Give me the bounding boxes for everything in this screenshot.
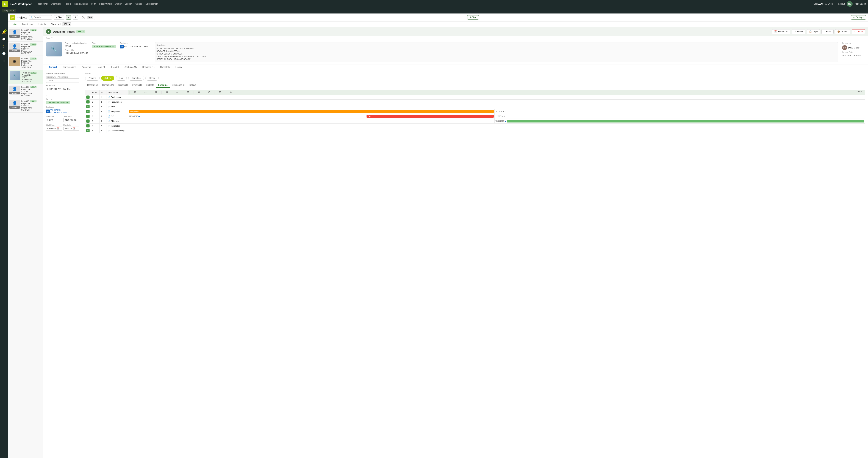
gantt-col-4: 04: [172, 91, 183, 94]
project-main-image: 🔧: [46, 42, 62, 56]
sidebar-clock-icon[interactable]: 🕐: [1, 50, 7, 56]
search-box[interactable]: 🔍: [29, 15, 52, 20]
sidebar-person-icon[interactable]: 🏃: [1, 43, 7, 49]
sub-tab-tickets[interactable]: Tickets (1): [116, 83, 130, 88]
project-number-label: Project number/designation: [46, 76, 79, 78]
copy-records-button[interactable]: ⎘: [73, 15, 78, 20]
sub-tab-description[interactable]: Description: [85, 83, 100, 88]
status-pending[interactable]: Pending: [85, 76, 100, 81]
status-closed[interactable]: Closed: [146, 76, 159, 81]
sub-tab-schedule[interactable]: Schedule: [156, 83, 170, 88]
detail-tab-history[interactable]: History: [173, 64, 185, 70]
detail-tab-approvals[interactable]: Approvals: [79, 64, 94, 70]
add-row-button[interactable]: +: [86, 95, 90, 99]
status-hold[interactable]: Hold: [116, 76, 127, 81]
breadcrumb-projects[interactable]: Projects ×: [2, 9, 16, 12]
status-active[interactable]: Active: [101, 76, 114, 81]
nav-crm[interactable]: CRM: [91, 3, 96, 5]
project-info: Project ID 13633 Project Nu... S23-087 P…: [21, 43, 42, 54]
errors-button[interactable]: ⚠ Errors: [825, 3, 833, 5]
start-date-input[interactable]: 5/18/2023 📅: [46, 126, 62, 131]
follow-button[interactable]: 👁 Follow: [792, 29, 806, 34]
nav-operations[interactable]: Operations: [51, 3, 62, 5]
detail-tab-conversations[interactable]: Conversations: [60, 64, 79, 70]
nav-support[interactable]: Support: [125, 3, 132, 5]
sidebar-chat-icon[interactable]: 💬: [1, 36, 7, 42]
add-row-button[interactable]: +: [86, 124, 90, 127]
total-price-input[interactable]: [63, 118, 80, 122]
sub-tab-budgets[interactable]: Budgets: [144, 83, 156, 88]
creator-name: Dave Mason: [848, 47, 860, 49]
nav-manufacturing[interactable]: Manufacturing: [74, 3, 88, 5]
settings-button[interactable]: ⚙ Settings: [851, 15, 866, 20]
add-row-button[interactable]: +: [86, 129, 90, 132]
detail-tab-relations[interactable]: Relations (1): [140, 64, 157, 70]
tour-button[interactable]: 🗺 Tour: [467, 15, 479, 20]
detail-tab-general[interactable]: General: [46, 64, 60, 70]
tab-insights[interactable]: Insights: [36, 22, 49, 27]
delete-button[interactable]: ✕ Delete: [852, 29, 865, 34]
sidebar-upload-icon[interactable]: ⬆: [1, 58, 7, 63]
support-label: support: [9, 106, 20, 109]
share-button[interactable]: ⤴ Share: [822, 29, 834, 34]
due-date-input[interactable]: 3/6/2024 📅: [63, 126, 80, 131]
list-item[interactable]: 👤 support Project ID 13624 Project Nu...…: [8, 27, 43, 41]
type-edit-icon[interactable]: ✏: [51, 98, 53, 100]
filter-button[interactable]: ▾ Filter: [54, 15, 64, 20]
tab-board[interactable]: Board view: [19, 22, 35, 27]
add-row-button[interactable]: +: [86, 119, 90, 123]
list-item[interactable]: 👤 support Project ID 13617 Project Nu...…: [8, 84, 43, 98]
detail-tab-posts[interactable]: Posts (3): [94, 64, 108, 70]
detail-tab-attributes[interactable]: Attributes (4): [122, 64, 140, 70]
sub-tab-events[interactable]: Events (1): [130, 83, 144, 88]
meta-number: Project number/designation 23159 Project…: [65, 42, 88, 62]
nav-people[interactable]: People: [65, 3, 71, 5]
nav-supply-chain[interactable]: Supply Chain: [99, 3, 112, 5]
view-limit-select[interactable]: 100 50 200: [62, 22, 71, 26]
icon-sidebar: ⊞ + 🔔 2 💬 🏃 🕐 ⬆: [0, 13, 8, 458]
project-info: Project ID 13617 Project Nu... 523133 Pr…: [21, 86, 42, 97]
reminders-button[interactable]: 📅 Reminders: [772, 29, 790, 34]
add-row-button[interactable]: +: [86, 105, 90, 108]
nav-utilities[interactable]: Utilities: [135, 3, 143, 5]
detail-nav-button[interactable]: ▶: [46, 29, 51, 34]
sidebar-grid-icon[interactable]: ⊞: [1, 15, 7, 21]
id-tag: 13623: [30, 72, 37, 74]
detail-tab-checklists[interactable]: Checklists: [157, 64, 173, 70]
nav-development[interactable]: Development: [146, 3, 158, 5]
detail-tab-files[interactable]: Files (3): [108, 64, 122, 70]
add-button[interactable]: +: [66, 15, 71, 20]
list-item[interactable]: 👤 support Project ID 13621 Project Nu...…: [8, 98, 43, 113]
breadcrumb-label: Projects: [4, 9, 12, 12]
copy-button[interactable]: 📋 Copy: [807, 29, 820, 34]
list-item[interactable]: ⚙ Project ID 13630 Project Nu... P23-236…: [8, 56, 43, 70]
edit-tags-icon[interactable]: ✏: [51, 37, 53, 39]
tab-list[interactable]: List: [10, 22, 19, 27]
status-complete[interactable]: Complete: [128, 76, 144, 81]
project-number-input[interactable]: [46, 79, 79, 83]
nav-quality[interactable]: Quality: [115, 3, 121, 5]
breadcrumb-close-icon[interactable]: ×: [13, 9, 14, 12]
sidebar-plus-icon[interactable]: +: [1, 22, 7, 28]
sub-tab-milestones[interactable]: Milestones (3): [170, 83, 187, 88]
right-content: Status Pending Active Hold Complete Clos…: [82, 70, 868, 135]
sub-tab-delays[interactable]: Delays: [187, 83, 198, 88]
add-row-button[interactable]: +: [86, 115, 90, 118]
customer-edit-icon[interactable]: ✏: [55, 106, 57, 108]
search-input[interactable]: [34, 16, 50, 19]
list-item[interactable]: 🔧 Project ID 13623 Project Nu... 23159 P…: [8, 70, 43, 84]
add-row-button[interactable]: +: [86, 100, 90, 104]
type-badge-editable[interactable]: Econoclave - Dewaxer: [46, 101, 70, 104]
archive-button[interactable]: 📦 Archive: [835, 29, 850, 34]
add-row-button[interactable]: +: [86, 110, 90, 113]
gantt-cell: [128, 95, 865, 99]
sub-tab-contacts[interactable]: Contacts (4): [100, 83, 116, 88]
sidebar-bell-icon[interactable]: 🔔 2: [1, 29, 7, 35]
project-title-input[interactable]: ECONOCLAVE DW 4X4: [46, 87, 79, 96]
nav-productivity[interactable]: Productivity: [37, 3, 48, 5]
id-tag: 13630: [30, 58, 36, 60]
list-item[interactable]: 👤 support Project ID 13633 Project Nu...…: [8, 41, 43, 56]
logout-button[interactable]: ← Logout: [836, 3, 845, 5]
sale-order-input[interactable]: [46, 118, 62, 122]
app-logo[interactable]: G: [2, 1, 8, 7]
